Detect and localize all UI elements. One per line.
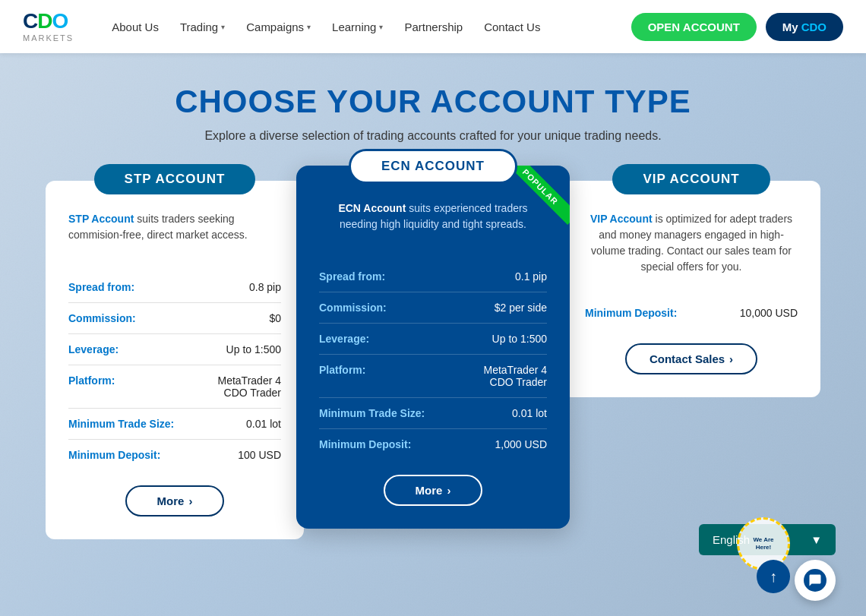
nav-contact[interactable]: Contact Us — [476, 14, 548, 39]
chat-icon — [804, 569, 826, 592]
ecn-pill: ECN ACCOUNT — [349, 149, 517, 184]
stp-card-header: STP ACCOUNT — [46, 164, 304, 194]
ecn-more-button[interactable]: More › — [384, 475, 483, 506]
arrow-icon: › — [729, 352, 733, 365]
scroll-top-button[interactable]: ↑ — [757, 560, 790, 593]
arrow-icon: › — [447, 484, 450, 497]
page-title: CHOOSE YOUR ACCOUNT TYPE — [23, 84, 843, 120]
vip-contact-button[interactable]: Contact Sales › — [625, 343, 757, 374]
ecn-card-header: ECN ACCOUNT — [296, 149, 570, 184]
arrow-icon: › — [188, 494, 192, 507]
stp-pill: STP ACCOUNT — [94, 164, 256, 194]
page-subtitle: Explore a diverse selection of trading a… — [23, 129, 843, 143]
stp-spec-commission: Commission: $0 — [68, 303, 281, 334]
vip-card: VIP ACCOUNT VIP Account is optimized for… — [562, 181, 820, 397]
nav-partnership[interactable]: Partnership — [397, 14, 470, 39]
logo[interactable]: CDO MARKETS — [23, 11, 74, 43]
logo-subtitle: MARKETS — [23, 33, 74, 43]
ecn-card-body: ECN Account suits experienced traders ne… — [296, 201, 570, 529]
vip-description: VIP Account is optimized for adept trade… — [585, 211, 798, 275]
chat-button[interactable] — [795, 560, 836, 601]
cards-container: STP ACCOUNT STP Account suits traders se… — [23, 181, 843, 539]
chevron-down-icon: ▾ — [221, 23, 225, 31]
nav-about[interactable]: About Us — [104, 14, 166, 39]
ecn-spec-leverage: Leverage: Up to 1:500 — [319, 324, 547, 355]
ecn-spec-min-deposit: Minimum Deposit: 1,000 USD — [319, 429, 547, 460]
ecn-card: POPULAR ECN ACCOUNT ECN Account suits ex… — [296, 166, 570, 529]
ecn-spec-spread: Spread from: 0.1 pip — [319, 261, 547, 292]
vip-spec-min-deposit: Minimum Deposit: 10,000 USD — [585, 298, 798, 328]
nav-actions: OPEN ACCOUNT MyCDO — [631, 13, 843, 41]
stp-spec-min-trade: Minimum Trade Size: 0.01 lot — [68, 409, 281, 440]
nav-links: About Us Trading▾ Campaigns▾ Learning▾ P… — [104, 14, 631, 39]
stp-more-button[interactable]: More › — [125, 485, 225, 516]
chevron-down-icon: ▾ — [307, 23, 311, 31]
vip-card-body: VIP Account is optimized for adept trade… — [562, 211, 820, 397]
vip-card-header: VIP ACCOUNT — [562, 164, 820, 194]
stp-spec-leverage: Leverage: Up to 1:500 — [68, 334, 281, 365]
chevron-down-icon: ▾ — [379, 23, 383, 31]
open-account-button[interactable]: OPEN ACCOUNT — [631, 13, 757, 41]
ecn-spec-commission: Commission: $2 per side — [319, 292, 547, 324]
navbar: CDO MARKETS About Us Trading▾ Campaigns▾… — [0, 0, 866, 53]
arrow-up-icon: ↑ — [770, 568, 777, 586]
stp-spec-spread: Spread from: 0.8 pip — [68, 272, 281, 303]
chevron-down-icon: ▼ — [811, 533, 822, 546]
mycdo-button[interactable]: MyCDO — [766, 13, 843, 41]
vip-pill: VIP ACCOUNT — [612, 164, 770, 194]
stp-description: STP Account suits traders seeking commis… — [68, 211, 281, 257]
nav-trading[interactable]: Trading▾ — [172, 14, 232, 39]
stp-card: STP ACCOUNT STP Account suits traders se… — [46, 181, 304, 539]
nav-learning[interactable]: Learning▾ — [324, 14, 390, 39]
stp-card-body: STP Account suits traders seeking commis… — [46, 211, 304, 539]
stp-spec-platform: Platform: MetaTrader 4CDO Trader — [68, 365, 281, 409]
ecn-spec-platform: Platform: MetaTrader 4CDO Trader — [319, 355, 547, 398]
stp-spec-min-deposit: Minimum Deposit: 100 USD — [68, 440, 281, 470]
nav-campaigns[interactable]: Campaigns▾ — [239, 14, 318, 39]
ecn-spec-min-trade: Minimum Trade Size: 0.01 lot — [319, 398, 547, 429]
